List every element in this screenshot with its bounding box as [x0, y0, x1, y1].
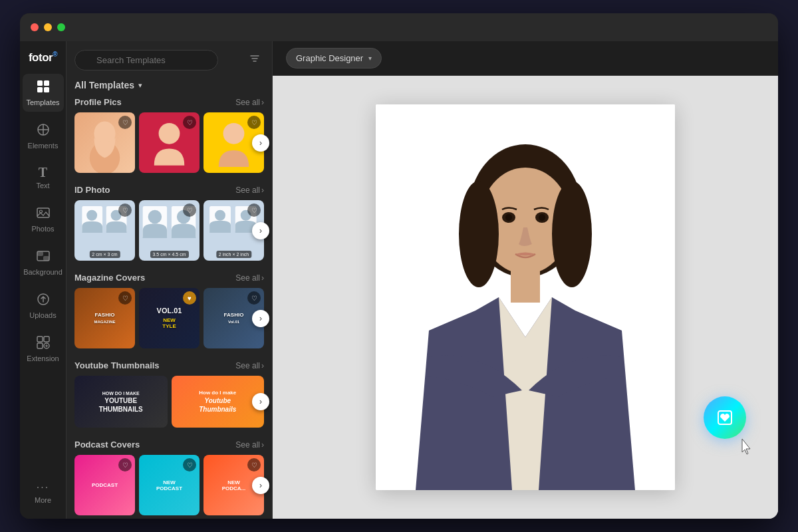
profile-pic-card-1[interactable]: ♡ [74, 112, 135, 173]
sidebar-item-elements[interactable]: Elements [23, 117, 64, 155]
magazine-text-1: FASHIOMAGAZINE [94, 312, 116, 325]
svg-point-18 [159, 123, 180, 144]
close-button[interactable] [31, 23, 39, 31]
filter-button[interactable] [245, 49, 264, 70]
traffic-lights [31, 23, 65, 31]
podcast-card-1[interactable]: ♡ PODCAST [74, 455, 135, 515]
heart-icon-mag2[interactable]: ♥ [183, 291, 196, 305]
background-icon [36, 249, 51, 265]
id-photo-card-2[interactable]: ♡ 3.5 cm × 4.5 cm [139, 200, 200, 261]
maximize-button[interactable] [57, 23, 65, 31]
uploads-icon [36, 292, 51, 309]
more-section: ··· More [23, 476, 64, 509]
all-templates-row: All Templates ▾ [66, 76, 272, 97]
sidebar-item-templates[interactable]: Templates [23, 74, 64, 112]
search-area: 🔍 [66, 41, 272, 76]
profile-pic-card-2[interactable]: ♡ [139, 112, 200, 173]
magazine-next-btn[interactable]: › [252, 310, 269, 327]
dropdown-arrow-icon: ▾ [138, 81, 142, 90]
all-templates-label: All Templates [74, 80, 134, 90]
svg-rect-5 [37, 208, 49, 217]
sidebar-item-background[interactable]: Background [23, 243, 64, 281]
templates-icon [36, 79, 51, 96]
profile-pics-see-all[interactable]: See all › [235, 98, 264, 107]
sidebar-item-text[interactable]: T Text [23, 160, 64, 195]
heart-icon-mag1[interactable]: ♡ [118, 291, 132, 305]
sidebar-item-extension[interactable]: Extension [23, 330, 64, 368]
templates-scroll[interactable]: Profile Pics See all › ♡ [66, 97, 272, 519]
youtube-next-btn[interactable]: › [252, 393, 269, 410]
section-podcast-covers: Podcast Covers See all › ♡ PODCAST [74, 440, 264, 515]
svg-rect-2 [37, 87, 43, 92]
text-icon: T [39, 166, 47, 179]
canvas-topbar: Graphic Designer ▾ [273, 41, 778, 76]
profile-pics-title: Profile Pics [74, 97, 122, 107]
svg-rect-3 [44, 87, 49, 92]
id-photo-card-1[interactable]: ♡ 2 cm × 3 cm [74, 200, 135, 261]
id-photo-title: ID Photo [74, 185, 110, 195]
sidebar-item-photos[interactable]: Photos [23, 200, 64, 238]
heart-icon-id2[interactable]: ♡ [183, 203, 196, 217]
svg-point-19 [223, 123, 245, 144]
more-button[interactable]: ··· More [23, 476, 64, 509]
profile-pics-next-btn[interactable]: › [252, 134, 269, 152]
floating-action-button[interactable] [704, 396, 746, 439]
svg-rect-8 [37, 251, 43, 256]
background-label: Background [23, 268, 63, 276]
youtube-thumbnails-title: Youtube Thumbnails [74, 360, 160, 370]
heart-icon-3[interactable]: ♡ [247, 116, 261, 129]
podcast-see-all[interactable]: See all › [235, 440, 264, 450]
templates-panel: 🔍 All Templates ▾ [66, 41, 273, 519]
heart-icon-2[interactable]: ♡ [183, 116, 196, 129]
heart-icon-mag3[interactable]: ♡ [247, 291, 261, 305]
podcast-next-btn[interactable]: › [252, 477, 269, 494]
canvas-workspace[interactable] [376, 104, 675, 490]
profile-pics-grid: ♡ ♡ [74, 112, 264, 173]
sidebar-item-uploads[interactable]: Uploads [23, 287, 64, 325]
magazine-text-2: VOL.01 [157, 307, 182, 315]
magazine-covers-see-all[interactable]: See all › [235, 273, 264, 283]
svg-point-36 [552, 181, 592, 287]
svg-point-29 [215, 210, 225, 221]
fotor-logo: fotor® [29, 51, 57, 65]
magazine-card-2[interactable]: ♥ VOL.01 NEWTYLE [139, 288, 200, 348]
section-magazine-covers: Magazine Covers See all › ♡ FASHIOMAGAZI… [74, 273, 264, 348]
heart-icon-1[interactable]: ♡ [118, 116, 132, 129]
extension-icon [36, 335, 51, 352]
heart-icon-id3[interactable]: ♡ [247, 203, 261, 217]
svg-rect-11 [37, 336, 43, 342]
svg-point-35 [459, 181, 499, 287]
podcast-card-2[interactable]: ♡ NEWPODCAST [139, 455, 200, 515]
uploads-label: Uploads [29, 311, 56, 319]
podcast-grid: ♡ PODCAST ♡ NEWPODCAST ♡ [74, 455, 264, 515]
extension-label: Extension [27, 354, 59, 362]
heart-icon-id1[interactable]: ♡ [118, 203, 132, 217]
svg-rect-1 [44, 80, 49, 86]
podcast-text-1: PODCAST [92, 482, 118, 488]
youtube-card-1[interactable]: HOW DO I MAKEYOUTUBETHUMBNAILS [74, 376, 168, 428]
svg-rect-37 [511, 269, 540, 303]
magazine-card-1[interactable]: ♡ FASHIOMAGAZINE [74, 288, 135, 348]
youtube-card-2[interactable]: How do I makeYoutubeThumbnails [172, 376, 265, 428]
logo-area: fotor® [29, 51, 57, 65]
titlebar [20, 13, 778, 41]
search-input[interactable] [74, 50, 218, 70]
youtube-see-all[interactable]: See all › [235, 361, 264, 370]
id-size-label-1: 2 cm × 3 cm [89, 251, 120, 258]
more-dots-icon: ··· [37, 481, 49, 493]
magazine-grid: ♡ FASHIOMAGAZINE ♥ VOL.01 NEWTYLE [74, 288, 264, 348]
svg-rect-9 [43, 256, 49, 261]
svg-rect-13 [37, 343, 43, 348]
id-photo-see-all[interactable]: See all › [235, 186, 264, 195]
elements-label: Elements [28, 142, 59, 150]
magazine-covers-title: Magazine Covers [74, 273, 145, 283]
graphic-designer-label: Graphic Designer [296, 53, 363, 63]
id-size-label-3: 2 inch × 2 inch [216, 251, 251, 258]
minimize-button[interactable] [44, 23, 52, 31]
yt-text-1: HOW DO I MAKEYOUTUBETHUMBNAILS [99, 390, 143, 414]
cursor-icon [739, 438, 755, 460]
graphic-designer-dropdown[interactable]: Graphic Designer ▾ [286, 48, 382, 68]
id-photo-next-btn[interactable]: › [252, 222, 269, 239]
section-podcast-header: Podcast Covers See all › [74, 440, 264, 450]
search-wrapper: 🔍 [74, 50, 240, 70]
